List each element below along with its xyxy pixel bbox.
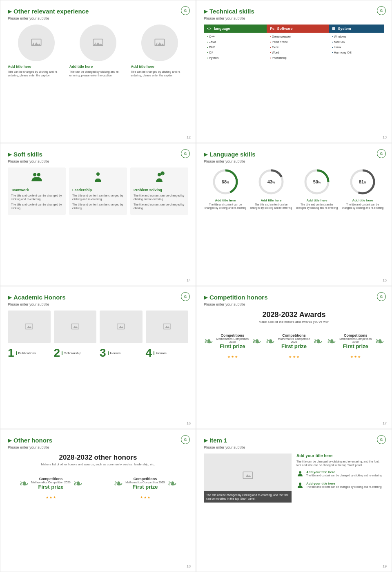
item1-person-2: Add your title here The title and conten… bbox=[296, 482, 384, 491]
arrow-icon-19: ▶ bbox=[204, 438, 207, 443]
svg-point-6 bbox=[96, 172, 100, 176]
slide-17-num: 17 bbox=[383, 421, 387, 425]
arrow-icon-14: ▶ bbox=[8, 152, 11, 157]
honor-n-3: 3 bbox=[100, 346, 106, 360]
svg-point-24 bbox=[299, 471, 301, 474]
circle-2-pct: 43% bbox=[267, 179, 275, 184]
slide-15: ▶ Language skills Please enter your subt… bbox=[196, 143, 392, 286]
other-hon-big-title: 2028-2032 other honors bbox=[8, 454, 188, 462]
lang-item-2: JAVA bbox=[207, 40, 216, 44]
soft-card-1-extra: The title and content can be changed by … bbox=[11, 203, 62, 210]
comp-stars-3: ★ ★ ★ bbox=[327, 355, 384, 359]
soft-card-3: ? Problem solving The title and content … bbox=[130, 168, 188, 215]
slide-13: ▶ Technical skills Please enter your sub… bbox=[196, 0, 392, 143]
slide-12-title: ▶ Other relevant experience bbox=[8, 8, 89, 15]
slide-16-icon: G bbox=[181, 292, 190, 301]
exp-card-3-desc: Title can be changed by clicking and re-… bbox=[131, 70, 188, 77]
lang-circle-4: 81% Add title here The title and content… bbox=[341, 168, 384, 210]
exp-card-2: Add title here Title can be changed by c… bbox=[69, 25, 127, 77]
arrow-icon-17: ▶ bbox=[204, 295, 207, 300]
laurel-right-1: ❧ bbox=[252, 335, 261, 348]
lang-4-title: Add title here bbox=[341, 199, 384, 202]
exp-card-2-desc: Title can be changed by clicking and re-… bbox=[69, 70, 127, 77]
comp-17-awards: ❧ Competitions Mathematics Competition 2… bbox=[204, 328, 384, 359]
exp-img-3 bbox=[141, 25, 178, 61]
item1-person-1: Add your title here The title and conten… bbox=[296, 470, 384, 479]
person-2-icon bbox=[296, 482, 304, 491]
arrow-icon-15: ▶ bbox=[204, 152, 207, 157]
lang-item-3: PHP bbox=[207, 45, 215, 49]
honor-img-4 bbox=[146, 311, 189, 343]
other-laurel-right-1: ❧ bbox=[73, 477, 82, 490]
tech-skills-table: <> language Ps Software ⊞ System C++ bbox=[204, 25, 384, 60]
honor-numbers: 1 Publications 2 Scholarship 3 Honors 4 … bbox=[8, 346, 188, 360]
exp-img-2 bbox=[80, 25, 116, 61]
slide-16: ▶ Academic Honors Please enter your subt… bbox=[0, 286, 196, 429]
person-1-desc: The title and content can be changed by … bbox=[306, 474, 382, 477]
other-award-2: ❧ Competitions Mathematics Competition 2… bbox=[102, 472, 188, 499]
honor-num-1: 1 Publications bbox=[8, 346, 51, 360]
other-awards: ❧ Competitions Mathematics Competition 2… bbox=[8, 472, 188, 499]
other-comp-2-name: Competitions bbox=[125, 477, 165, 481]
slide-16-title: ▶ Academic Honors bbox=[8, 294, 66, 301]
person-1-title: Add your title here bbox=[306, 470, 382, 474]
soft-card-1: ♟ Teamwork The title and content can be … bbox=[8, 168, 66, 215]
sw-item-4: Word bbox=[270, 51, 279, 54]
soft-card-2-extra: The title and content can be changed by … bbox=[72, 203, 124, 210]
slide-15-icon: G bbox=[377, 149, 386, 158]
lang-4-desc: The title and content can be changed by … bbox=[341, 203, 384, 210]
problem-solving-icon: ? bbox=[134, 171, 185, 185]
circle-1-pct: 68% bbox=[222, 179, 229, 184]
comp-2-prize: First prize bbox=[277, 343, 311, 349]
honor-label-2: Scholarship bbox=[62, 351, 81, 355]
laurel-right-3: ❧ bbox=[375, 335, 384, 348]
comp-award-1: ❧ Competitions Mathematics Competition 2… bbox=[204, 328, 261, 359]
arrow-icon-16: ▶ bbox=[8, 295, 11, 300]
item1-left: The title can be changed by clicking and… bbox=[204, 454, 292, 503]
soft-card-3-title: Problem solving bbox=[134, 188, 185, 192]
exp-card-1-title: Add title here bbox=[8, 65, 65, 69]
item1-image: The title can be changed by clicking and… bbox=[204, 454, 292, 503]
circle-3-pct: 50% bbox=[313, 179, 321, 184]
slide-13-num: 13 bbox=[383, 135, 387, 139]
soft-card-1-desc: The title and content can be changed by … bbox=[11, 194, 62, 201]
soft-card-3-desc: The title and content can be changed by … bbox=[134, 194, 185, 201]
slide-13-icon: G bbox=[377, 6, 386, 15]
svg-point-25 bbox=[299, 483, 301, 485]
leadership-icon bbox=[72, 171, 124, 185]
slide-17-subtitle: Please enter your subtitle bbox=[204, 302, 384, 306]
other-stars-1: ★ ★ ★ bbox=[8, 496, 94, 499]
lang-3-title: Add title here bbox=[295, 199, 339, 202]
comp-stars-1: ★ ★ ★ bbox=[204, 355, 261, 359]
arrow-icon-13: ▶ bbox=[204, 9, 207, 14]
svg-point-8 bbox=[158, 173, 161, 177]
sw-item-3: Excel bbox=[270, 45, 279, 49]
lang-item-1: C++ bbox=[207, 35, 215, 38]
honor-label-1: Publications bbox=[16, 351, 36, 355]
comp-3-prize: First prize bbox=[339, 343, 372, 349]
laurel-left-3: ❧ bbox=[327, 335, 336, 348]
other-award-1: ❧ Competitions Mathematics Competition 2… bbox=[8, 472, 94, 499]
slide-12-icon: G bbox=[181, 6, 190, 15]
language-circles: 68% Add title here The title and content… bbox=[204, 168, 384, 210]
slide-17: ▶ Competition honors Please enter your s… bbox=[196, 286, 392, 429]
soft-card-2: Leadership The title and content can be … bbox=[69, 168, 127, 215]
honor-n-1: 1 bbox=[8, 346, 14, 360]
honor-img-2 bbox=[54, 311, 97, 343]
other-laurel-left-1: ❧ bbox=[19, 477, 29, 490]
lang-3-desc: The title and content can be changed by … bbox=[295, 203, 339, 210]
slide-19-subtitle: Please enter your subtitle bbox=[204, 445, 384, 449]
slide-14-num: 14 bbox=[187, 278, 191, 282]
lang-2-title: Add title here bbox=[249, 199, 293, 202]
slide-14-icon: G bbox=[181, 149, 190, 158]
honor-images bbox=[8, 311, 188, 343]
slide-14-subtitle: Please enter your subtitle bbox=[8, 159, 188, 163]
sw-item-5: Photoshop bbox=[270, 56, 287, 60]
slide-19: ▶ Item 1 Please enter your subtitle G Th… bbox=[196, 429, 392, 572]
slide-12: ▶ Other relevant experience Please enter… bbox=[0, 0, 196, 143]
honor-label-4: Honors bbox=[154, 351, 167, 355]
slide-19-num: 19 bbox=[383, 564, 387, 568]
honor-num-2: 2 Scholarship bbox=[54, 346, 97, 360]
comp-17-big-title: 2028-2032 Awards bbox=[204, 311, 384, 319]
slide-19-title: ▶ Item 1 bbox=[204, 437, 227, 444]
